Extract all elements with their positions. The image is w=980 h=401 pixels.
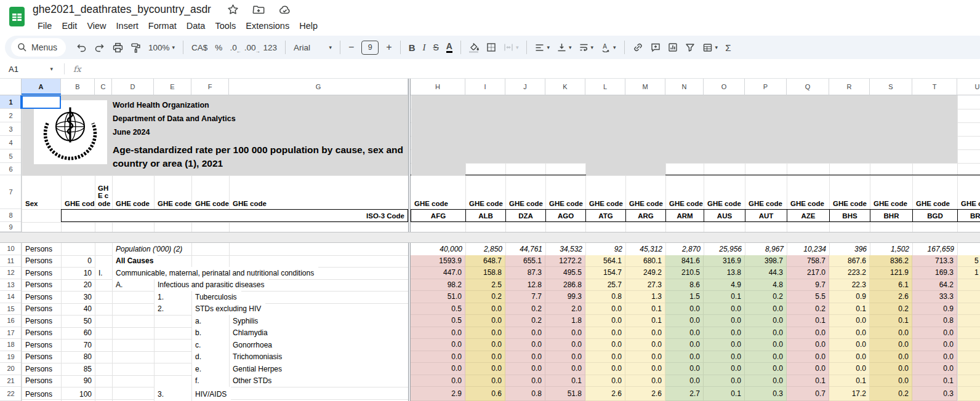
cell-N12[interactable]: 210.5 <box>665 267 704 279</box>
column-header-R[interactable]: R <box>829 79 870 95</box>
cell-O19[interactable]: 0.0 <box>704 351 745 363</box>
column-header-D[interactable]: D <box>112 79 154 95</box>
cell-T18[interactable]: 0.0 <box>912 339 957 351</box>
cell-K7[interactable]: GHE code <box>546 175 585 209</box>
cell-J16[interactable]: 0.2 <box>505 315 545 327</box>
column-header-T[interactable]: T <box>912 79 957 95</box>
cell-A19[interactable]: Persons <box>22 351 61 363</box>
cell-S13[interactable]: 6.1 <box>870 279 912 292</box>
cell-J13[interactable]: 12.8 <box>505 279 545 292</box>
cell-E15[interactable]: 2. <box>155 303 191 316</box>
cell-P21[interactable]: 0.0 <box>745 375 787 387</box>
cell-R22[interactable]: 17.2 <box>829 387 870 401</box>
column-header-A[interactable]: A <box>22 79 61 95</box>
cell-O14[interactable]: 0.1 <box>704 291 745 303</box>
cell-Q12[interactable]: 217.0 <box>787 267 829 279</box>
cell-N10[interactable]: 2,870 <box>665 243 704 255</box>
cell-F21[interactable]: f. <box>192 375 229 387</box>
cell-J14[interactable]: 7.7 <box>505 291 545 303</box>
cell-A16[interactable]: Persons <box>22 315 61 327</box>
cell-H17[interactable]: 0.0 <box>411 327 465 339</box>
cell-U16[interactable] <box>958 315 980 327</box>
cell-L21[interactable]: 0.0 <box>585 375 625 387</box>
row-header-17[interactable]: 17 <box>0 327 22 339</box>
row-header-11[interactable]: 11 <box>0 255 22 268</box>
cell-S10[interactable]: 1,502 <box>870 243 912 255</box>
cell-J7[interactable]: GHE code <box>506 175 545 209</box>
cell-U11[interactable]: 5 <box>958 255 980 268</box>
cell-J20[interactable]: 0.0 <box>505 363 545 375</box>
cell-H15[interactable]: 0.5 <box>411 303 465 316</box>
cell-B21[interactable]: 90 <box>61 375 95 387</box>
cell-B22[interactable]: 100 <box>61 387 95 401</box>
cell-L22[interactable]: 2.6 <box>585 387 625 401</box>
cell-O10[interactable]: 25,956 <box>704 243 745 255</box>
cell-P19[interactable]: 0.0 <box>745 351 787 363</box>
row-header-5[interactable]: 5 <box>0 149 22 163</box>
cell-A18[interactable]: Persons <box>22 339 61 351</box>
cell-I19[interactable]: 0.0 <box>465 351 505 363</box>
cell-T15[interactable]: 0.9 <box>912 303 957 316</box>
cell-L15[interactable]: 0.0 <box>585 303 625 316</box>
cell-M19[interactable]: 0.0 <box>625 351 665 363</box>
cell-T7[interactable]: GHE code <box>913 175 957 209</box>
cell-O11[interactable]: 316.9 <box>704 255 745 268</box>
column-header-U[interactable]: U <box>957 79 980 95</box>
cell-B18[interactable]: 70 <box>61 339 95 351</box>
cell-Q20[interactable]: 0.0 <box>787 363 829 375</box>
cell-Q16[interactable]: 0.1 <box>787 315 829 327</box>
row-header-18[interactable]: 18 <box>0 339 22 351</box>
cell-T10[interactable]: 167,659 <box>912 243 957 255</box>
cell-O16[interactable]: 0.0 <box>704 315 745 327</box>
cell-K8[interactable]: AGO <box>545 209 586 222</box>
cell-O18[interactable]: 0.0 <box>704 339 745 351</box>
cell-Q22[interactable]: 0.7 <box>787 387 829 401</box>
cell-J18[interactable]: 0.0 <box>505 339 545 351</box>
cell-I8[interactable]: ALB <box>465 209 506 222</box>
cell-O8[interactable]: AUS <box>704 209 745 222</box>
cell-S19[interactable]: 0.0 <box>870 351 912 363</box>
cell-H12[interactable]: 447.0 <box>411 267 465 279</box>
cell-O22[interactable]: 0.1 <box>704 387 745 401</box>
cell-T13[interactable]: 64.2 <box>912 279 957 292</box>
selected-cell-a1[interactable] <box>22 95 61 109</box>
cell-Q18[interactable]: 0.0 <box>787 339 829 351</box>
cell-P14[interactable]: 0.2 <box>745 291 787 303</box>
cell-R8[interactable]: BHS <box>829 209 870 222</box>
cell-D10[interactable]: Population ('000) (2) <box>113 243 187 255</box>
cell-H7[interactable]: GHE code <box>411 175 465 209</box>
cell-N22[interactable]: 2.7 <box>665 387 704 401</box>
cell-T14[interactable]: 33.3 <box>912 291 957 303</box>
row-header-14[interactable]: 14 <box>0 291 22 303</box>
cell-H21[interactable]: 0.0 <box>411 375 465 387</box>
cell-E14[interactable]: 1. <box>155 291 191 303</box>
cell-H16[interactable]: 0.5 <box>411 315 465 327</box>
cell-S22[interactable]: 0.2 <box>870 387 912 401</box>
column-header-I[interactable]: I <box>465 79 505 95</box>
cell-G16[interactable]: Syphilis <box>230 315 408 327</box>
cell-N7[interactable]: GHE code <box>666 175 704 209</box>
cell-I17[interactable]: 0.0 <box>465 327 505 339</box>
cell-I13[interactable]: 2.5 <box>465 279 505 292</box>
cell-A12[interactable]: Persons <box>22 267 61 279</box>
cell-I11[interactable]: 648.7 <box>465 255 505 268</box>
cell-F22[interactable]: HIV/AIDS <box>192 387 231 401</box>
cell-F19[interactable]: d. <box>192 351 229 363</box>
cell-H13[interactable]: 98.2 <box>411 279 465 292</box>
cell-S16[interactable]: 0.1 <box>870 315 912 327</box>
row-header-15[interactable]: 15 <box>0 303 22 316</box>
cell-N16[interactable]: 0.0 <box>665 315 704 327</box>
cell-A21[interactable]: Persons <box>22 375 61 387</box>
cell-M10[interactable]: 45,312 <box>625 243 665 255</box>
cell-J8[interactable]: DZA <box>505 209 546 222</box>
row-header-4[interactable]: 4 <box>0 136 22 149</box>
cell-Q7[interactable]: GHE code <box>787 175 829 209</box>
cell-H22[interactable]: 2.9 <box>411 387 465 401</box>
row-header-8[interactable]: 8 <box>0 209 22 222</box>
cell-U19[interactable] <box>958 351 980 363</box>
cell-M12[interactable]: 249.2 <box>625 267 665 279</box>
cell-A11[interactable]: Persons <box>22 255 61 268</box>
cell-J17[interactable]: 0.0 <box>505 327 545 339</box>
cell-T17[interactable]: 0.0 <box>912 327 957 339</box>
cell-M7[interactable]: GHE code <box>626 175 665 209</box>
